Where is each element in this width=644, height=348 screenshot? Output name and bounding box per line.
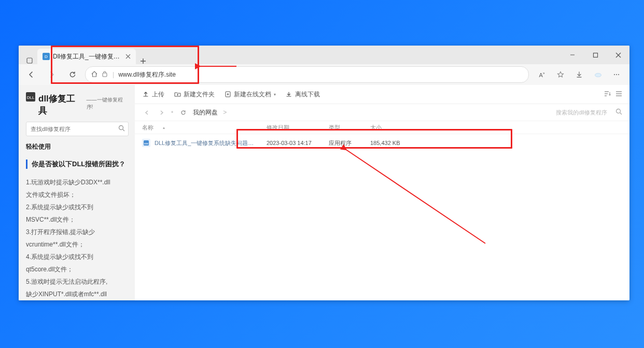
addressbar: | www.dll修复程序.site A» [19, 64, 629, 85]
toolbar-right: A» [533, 66, 625, 83]
sidebar-line: 文件或文件损坏； [26, 189, 129, 201]
download-icon [285, 91, 292, 98]
list-view-icon[interactable] [615, 91, 622, 98]
svg-rect-8 [593, 53, 597, 57]
crumb-refresh-icon[interactable] [178, 108, 188, 117]
svg-line-32 [620, 113, 622, 115]
file-app-icon: exe [142, 139, 150, 147]
brand-title: dll修复工具 [38, 93, 83, 117]
sidebar-line: 3.打开程序报错,提示缺少 [26, 226, 129, 238]
crumb-chevron: > [223, 109, 227, 116]
breadcrumb-bar: • 我的网盘 > 搜索我的dll修复程序 [135, 104, 629, 121]
col-type[interactable]: 类型 [329, 124, 370, 132]
upload-label: 上传 [152, 90, 164, 99]
offline-label: 离线下载 [295, 90, 320, 99]
sidebar-line: qt5core.dll文件； [26, 263, 129, 276]
svg-point-31 [617, 109, 621, 113]
sidebar-search-input[interactable] [30, 125, 118, 133]
new-doc-button[interactable]: 新建在线文档 ▾ [224, 90, 276, 99]
sidebar-line: vcruntime**.dll文件； [26, 238, 129, 251]
new-folder-button[interactable]: 新建文件夹 [174, 90, 215, 99]
url-text: www.dll修复程序.site [118, 70, 523, 79]
tab-favicon-icon: D [43, 53, 50, 60]
chevron-down-icon: ▾ [274, 92, 276, 97]
favorites-icon[interactable] [552, 66, 569, 83]
file-row[interactable]: exe DLL修复工具_一键修复系统缺失问题… 2023-03-03 14:17… [135, 134, 629, 152]
sidebar-search[interactable] [26, 122, 129, 136]
brand-subtitle: ——一键修复程序! [87, 96, 129, 111]
maximize-button[interactable] [584, 46, 607, 64]
downloads-icon[interactable] [570, 66, 588, 83]
back-button[interactable] [23, 66, 39, 83]
titlebar: D Dll修复工具_一键修复电脑系统D [19, 46, 629, 64]
sidebar-line: 缺少XINPUT*.dll或者mfc**.dll [26, 288, 129, 300]
svg-rect-0 [27, 58, 32, 63]
extensions-icon[interactable] [589, 66, 607, 83]
sidebar-question: 你是否被以下DLL报错所困扰？ [26, 160, 129, 169]
svg-point-15 [618, 74, 619, 75]
file-pane: 上传 新建文件夹 新建在线文档 ▾ 离线下载 [135, 85, 629, 300]
page-content: DLL dll修复工具 ——一键修复程序! 轻松使用 你是否被以下DLL报错所困… [19, 85, 629, 300]
pane-search-hint[interactable]: 搜索我的dll修复程序 [556, 109, 607, 117]
svg-point-13 [614, 74, 615, 75]
file-toolbar: 上传 新建文件夹 新建在线文档 ▾ 离线下载 [135, 85, 629, 104]
folder-plus-icon [174, 91, 181, 98]
sidebar-heading: 轻松使用 [26, 142, 129, 151]
forward-button[interactable] [44, 66, 60, 83]
svg-text:D: D [45, 54, 48, 59]
col-size[interactable]: 大小 [370, 124, 422, 132]
brand-icon: DLL [26, 92, 35, 102]
tab-title: Dll修复工具_一键修复电脑系统D [53, 52, 122, 61]
new-tab-button[interactable] [136, 58, 150, 64]
home-icon[interactable] [91, 70, 98, 79]
refresh-button[interactable] [64, 66, 81, 83]
new-doc-label: 新建在线文档 [234, 90, 271, 99]
site-info-icon[interactable] [102, 71, 108, 79]
sort-caret-icon: ▴ [163, 125, 165, 130]
crumb-back-icon[interactable] [142, 108, 151, 117]
sort-icon[interactable] [604, 91, 611, 98]
minimize-button[interactable] [561, 46, 584, 64]
sidebar-line: 2.系统提示缺少或找不到 [26, 201, 129, 213]
sidebar-paragraph: 1.玩游戏时提示缺少D3DX**.dll 文件或文件损坏； 2.系统提示缺少或找… [26, 176, 129, 300]
crumb-forward-icon[interactable] [157, 108, 166, 117]
menu-icon[interactable] [608, 66, 625, 83]
svg-line-19 [123, 129, 125, 132]
file-size: 185,432 KB [370, 140, 422, 146]
tab-close-icon[interactable] [125, 53, 131, 60]
tabs-menu-icon[interactable] [22, 57, 37, 64]
sidebar-line: 5.游戏时提示无法启动此程序, [26, 276, 129, 288]
tab-area: D Dll修复工具_一键修复电脑系统D [19, 46, 150, 64]
svg-rect-11 [103, 73, 107, 77]
window-controls [561, 46, 629, 64]
new-folder-label: 新建文件夹 [184, 90, 215, 99]
file-date: 2023-03-03 14:17 [267, 140, 329, 146]
offline-download-button[interactable]: 离线下载 [285, 90, 320, 99]
svg-point-14 [616, 74, 617, 75]
col-name[interactable]: 名称 [142, 124, 153, 132]
column-headers: 名称▴ 修改日期 类型 大小 [135, 121, 629, 134]
sidebar-line: 1.玩游戏时提示缺少D3DX**.dll [26, 176, 129, 189]
tab-active[interactable]: D Dll修复工具_一键修复电脑系统D [37, 49, 136, 64]
url-box[interactable]: | www.dll修复程序.site [85, 66, 529, 83]
view-controls [604, 91, 622, 98]
sidebar: DLL dll修复工具 ——一键修复程序! 轻松使用 你是否被以下DLL报错所困… [19, 85, 135, 300]
svg-text:DLL: DLL [27, 95, 35, 100]
brand: DLL dll修复工具 ——一键修复程序! [26, 92, 129, 117]
crumb-root[interactable]: 我的网盘 [193, 108, 218, 117]
read-aloud-icon[interactable]: A» [533, 66, 551, 83]
upload-button[interactable]: 上传 [142, 90, 164, 99]
browser-window: D Dll修复工具_一键修复电脑系统D | www.dll修复程 [19, 46, 629, 300]
doc-plus-icon [224, 91, 231, 98]
window-close-button[interactable] [607, 46, 629, 64]
sidebar-line: MSVC**.dll文件； [26, 213, 129, 226]
sidebar-line: 4.系统提示缺少或找不到 [26, 251, 129, 263]
col-date[interactable]: 修改日期 [267, 124, 329, 132]
svg-text:exe: exe [144, 142, 148, 145]
file-name: DLL修复工具_一键修复系统缺失问题… [155, 139, 254, 147]
upload-icon [142, 91, 149, 98]
search-icon[interactable] [118, 125, 125, 133]
file-type: 应用程序 [329, 139, 370, 147]
svg-point-18 [119, 126, 123, 130]
pane-search-icon[interactable] [615, 108, 622, 117]
